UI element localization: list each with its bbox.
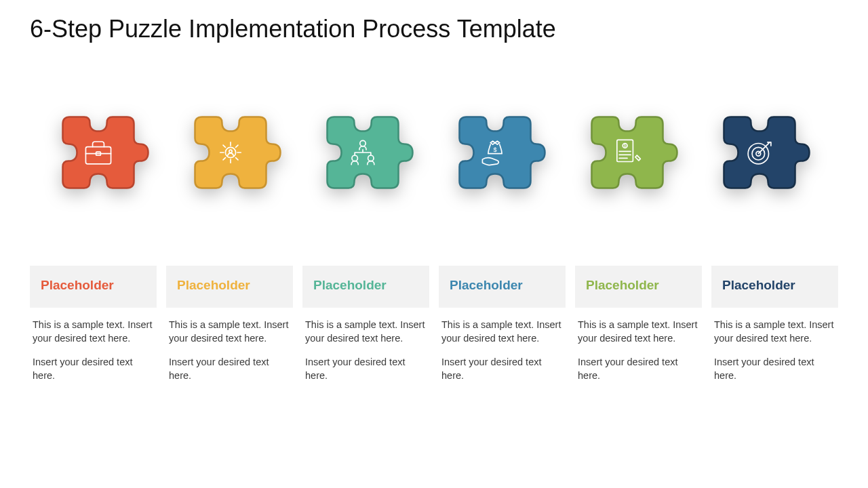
puzzle-row <box>0 81 868 230</box>
card-head: Placeholder <box>439 266 566 308</box>
card-body: This is a sample text. Insert your desir… <box>302 308 429 382</box>
puzzle-piece-6 <box>688 81 831 224</box>
invoice-icon <box>609 134 646 171</box>
card-text-1: This is a sample text. Insert your desir… <box>169 319 290 345</box>
card-head: Placeholder <box>575 266 702 308</box>
card-body: This is a sample text. Insert your desir… <box>166 308 293 382</box>
step-card-5: Placeholder This is a sample text. Inser… <box>575 266 702 382</box>
step-card-1: Placeholder This is a sample text. Inser… <box>30 266 157 382</box>
card-text-2: Insert your desired text here. <box>441 356 563 382</box>
puzzle-piece-4 <box>424 81 566 224</box>
card-head: Placeholder <box>30 266 157 308</box>
card-text-1: This is a sample text. Insert your desir… <box>578 319 699 345</box>
card-text-1: This is a sample text. Insert your desir… <box>33 319 154 345</box>
card-text-1: This is a sample text. Insert your desir… <box>305 319 427 345</box>
step-card-4: Placeholder This is a sample text. Inser… <box>439 266 566 382</box>
money-hand-icon <box>477 134 513 171</box>
puzzle-piece-5 <box>556 81 698 224</box>
briefcase-icon <box>80 134 117 171</box>
card-label: Placeholder <box>722 278 795 292</box>
org-chart-icon <box>344 134 381 171</box>
puzzle-piece-1 <box>27 81 170 224</box>
card-body: This is a sample text. Insert your desir… <box>30 308 157 382</box>
step-card-3: Placeholder This is a sample text. Inser… <box>302 266 429 382</box>
step-card-2: Placeholder This is a sample text. Inser… <box>166 266 293 382</box>
step-card-6: Placeholder This is a sample text. Inser… <box>711 266 838 382</box>
card-text-2: Insert your desired text here. <box>169 356 290 382</box>
puzzle-piece-3 <box>292 81 434 224</box>
card-label: Placeholder <box>313 278 387 292</box>
card-head: Placeholder <box>302 266 429 308</box>
card-text-2: Insert your desired text here. <box>714 356 835 382</box>
card-body: This is a sample text. Insert your desir… <box>711 308 838 382</box>
card-label: Placeholder <box>177 278 250 292</box>
card-text-2: Insert your desired text here. <box>578 356 699 382</box>
card-text-1: This is a sample text. Insert your desir… <box>441 319 563 345</box>
target-icon <box>741 134 778 171</box>
card-head: Placeholder <box>166 266 293 308</box>
cards-row: Placeholder This is a sample text. Inser… <box>30 266 838 382</box>
card-text-2: Insert your desired text here. <box>305 356 427 382</box>
card-label: Placeholder <box>586 278 659 292</box>
gear-user-icon <box>212 134 249 171</box>
card-label: Placeholder <box>41 278 114 292</box>
card-label: Placeholder <box>450 278 523 292</box>
card-body: This is a sample text. Insert your desir… <box>575 308 702 382</box>
card-text-2: Insert your desired text here. <box>33 356 154 382</box>
card-body: This is a sample text. Insert your desir… <box>439 308 566 382</box>
card-head: Placeholder <box>711 266 838 308</box>
card-text-1: This is a sample text. Insert your desir… <box>714 319 835 345</box>
puzzle-piece-2 <box>159 81 302 224</box>
page-title: 6-Step Puzzle Implementation Process Tem… <box>30 15 556 43</box>
